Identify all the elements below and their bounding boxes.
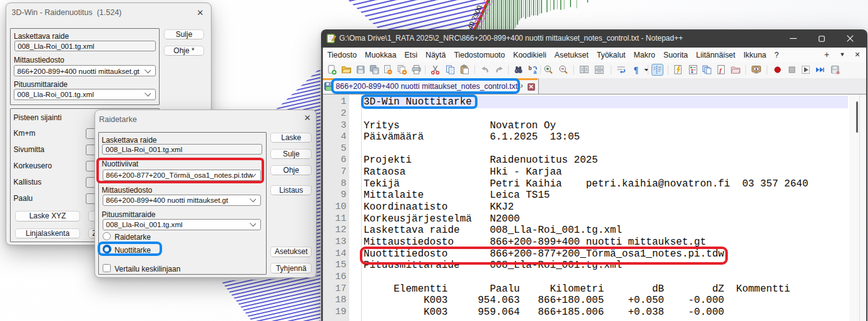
editor-line[interactable]: Mittalaite Leica TS15: [364, 190, 550, 201]
sulje-button[interactable]: Sulje: [270, 149, 312, 160]
zoom-in-icon[interactable]: [543, 64, 554, 75]
line-number: 4: [323, 131, 347, 143]
editor-line[interactable]: Korkeusjärjestelmä N2000: [364, 213, 520, 225]
menu-etsi[interactable]: Etsi: [401, 51, 422, 59]
menu-makro[interactable]: Makro: [630, 51, 659, 59]
editor-line[interactable]: Elementti Paalu Kilometri dB dZ Kommentt…: [364, 283, 790, 295]
maximize-button[interactable]: [809, 29, 834, 48]
paste-icon[interactable]: [459, 64, 470, 75]
menu-muokkaa[interactable]: Muokkaa: [361, 51, 401, 59]
view-eye-icon[interactable]: [751, 64, 762, 75]
pituusmittaraide-combo[interactable]: 008_Lla-Roi_001.tg.xml: [103, 219, 261, 230]
undo-icon[interactable]: [479, 64, 490, 75]
vertailu-checkbox[interactable]: [103, 264, 111, 272]
save-all-icon[interactable]: [369, 64, 380, 75]
desktop: 40.7900 3D-Win - Raidenuotitus (1.524) ✕…: [0, 0, 868, 321]
editor-line[interactable]: Yritys Novatron Oy: [364, 120, 556, 132]
sulje-button[interactable]: Sulje: [164, 29, 204, 39]
laskettava-raide-field[interactable]: 008_Lla-Roi_001.tg.xml: [102, 144, 262, 155]
editor-line[interactable]: Päivämäärä 6.1.2025 13:05: [364, 131, 580, 143]
laskettava-raide-field[interactable]: 008_Lla-Roi_001.tg.xml: [14, 41, 156, 51]
ohje-button[interactable]: Ohje *: [164, 46, 204, 56]
cut-icon[interactable]: [430, 64, 441, 75]
editor-area[interactable]: 12345678910111213141516171819 3D-Win Nuo…: [323, 94, 866, 321]
window-border: [866, 48, 868, 321]
print-icon[interactable]: [411, 64, 422, 75]
indent-guide-icon[interactable]: [651, 64, 663, 76]
editor-line[interactable]: K003 959.064 866+185.006 +0.038 -0.000: [364, 307, 724, 318]
macro-run-multiple-icon[interactable]: [815, 64, 825, 75]
menu-asetukset[interactable]: Asetukset: [550, 51, 592, 59]
line-number: 11: [323, 213, 347, 225]
zoom-out-icon[interactable]: [558, 64, 569, 75]
scrollbar-track[interactable]: [849, 94, 866, 321]
listaus-button[interactable]: Listaus: [270, 185, 312, 196]
scrollbar-thumb[interactable]: [856, 101, 858, 133]
redo-icon[interactable]: [494, 64, 505, 75]
tab-close-button[interactable]: ✕: [528, 83, 536, 91]
chevron-down-icon: [145, 66, 151, 73]
linjalaskenta-button[interactable]: Linjalaskenta: [15, 228, 80, 238]
sync-scroll-vertical-icon[interactable]: [579, 64, 590, 75]
word-wrap-icon[interactable]: [616, 64, 626, 75]
tab-list-dropdown[interactable]: ▼: [837, 48, 848, 62]
editor-line[interactable]: Tekijä Petri Kaihia petri.kaihia@novatro…: [364, 178, 809, 190]
folder-as-workspace-icon[interactable]: [730, 64, 741, 75]
menu-suorita[interactable]: Suorita: [659, 51, 692, 59]
menu-tykalut[interactable]: Työkalut: [593, 51, 630, 59]
new-file-icon[interactable]: [327, 64, 337, 75]
close-all-icon[interactable]: [397, 64, 407, 75]
menu-nyt[interactable]: Näytä: [422, 51, 450, 59]
sync-scroll-horizontal-icon[interactable]: [594, 64, 605, 75]
ohje-button[interactable]: Ohje: [270, 165, 312, 176]
menu-tiedostomuoto[interactable]: Tiedostomuoto: [450, 51, 509, 59]
document-map-icon[interactable]: [673, 64, 683, 75]
replace-icon[interactable]: ba: [528, 64, 538, 75]
minimize-button[interactable]: [780, 29, 805, 48]
close-icon[interactable]: ✕: [302, 113, 312, 123]
laske-button[interactable]: Laske: [270, 133, 312, 143]
show-all-characters-icon[interactable]: ¶: [631, 64, 642, 75]
mittaustiedosto-label: Mittaustiedosto: [101, 186, 152, 195]
close-button[interactable]: [837, 29, 862, 48]
mittaustiedosto-combo[interactable]: 866+200-899+400 nuotti mittaukset.gt: [103, 195, 261, 206]
line-number: 19: [323, 307, 347, 318]
vertailu-checkbox-label[interactable]: Vertailu keskilinjaan: [115, 265, 180, 273]
macro-play-icon[interactable]: [800, 64, 811, 75]
pituusmittaraide-combo[interactable]: 008_Lla-Roi_001.tg.xml: [14, 89, 156, 100]
close-icon[interactable]: ✕: [195, 8, 205, 18]
chevron-down-icon: [250, 220, 256, 227]
menu-?[interactable]: ?: [770, 51, 783, 59]
editor-line[interactable]: K003 954.063 866+180.005 +0.050 -0.000: [364, 295, 724, 307]
document-list-icon[interactable]: [702, 64, 712, 75]
copy-icon[interactable]: [445, 64, 456, 75]
function-list-icon[interactable]: [688, 64, 698, 75]
editor-line[interactable]: Projekti Raidenuotitus 2025: [364, 155, 598, 166]
tab-close-control[interactable]: ✕: [852, 48, 863, 62]
open-file-icon[interactable]: [341, 64, 352, 75]
macro-save-icon[interactable]: [830, 64, 840, 75]
raidetarke-radio[interactable]: [103, 232, 111, 240]
tyhjenna-button[interactable]: Tyhjennä: [270, 263, 312, 274]
editor-line[interactable]: Laskettava raide 008_Lla-Roi_001.tg.xml: [364, 225, 622, 237]
editor-line[interactable]: Koordinaatisto KKJ2: [364, 201, 514, 213]
menu-koodikieli[interactable]: Koodikieli: [509, 51, 550, 59]
toolbar-separator: [573, 65, 574, 74]
mittaustiedosto-combo[interactable]: 866+200-899+400 nuotti mittaukset.gt: [14, 65, 156, 76]
asetukset-button[interactable]: Asetukset: [270, 247, 312, 258]
find-icon[interactable]: [513, 64, 524, 75]
menu-liitnniset[interactable]: Liitännäiset: [692, 51, 740, 59]
macro-stop-icon[interactable]: [787, 64, 797, 75]
close-icon[interactable]: [382, 64, 393, 75]
laske-xyz-button[interactable]: Laske XYZ: [15, 211, 80, 222]
menu-ikkuna[interactable]: Ikkuna: [739, 51, 770, 59]
raidetarke-radio-label[interactable]: Raidetarke: [115, 233, 151, 242]
save-icon[interactable]: [355, 64, 366, 75]
toolbar-separator: [767, 65, 767, 74]
file-browser-icon[interactable]: f: [716, 64, 727, 75]
notepadpp-icon: [327, 34, 336, 43]
editor-line[interactable]: Rataosa Hki - Karjaa: [364, 166, 562, 178]
menu-tiedosto[interactable]: Tiedosto: [324, 51, 361, 59]
tab-new-button[interactable]: +: [821, 48, 832, 62]
macro-record-icon[interactable]: [772, 64, 783, 75]
